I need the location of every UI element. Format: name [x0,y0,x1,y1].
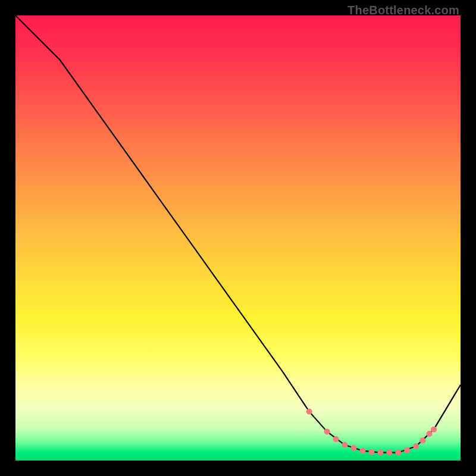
curve-marker [431,427,437,433]
curve-marker [368,449,374,455]
curve-marker [377,450,383,456]
curve-marker [395,450,401,456]
curve-marker [306,409,312,415]
curve-marker [404,447,410,453]
bottleneck-curve [15,15,461,453]
curve-marker [350,445,356,451]
chart-frame: TheBottleneck.com [0,0,476,476]
curve-marker [333,436,339,442]
curve-marker [419,437,425,443]
curve-marker [413,443,419,449]
curve-marker [342,442,348,448]
curve-marker [324,428,330,434]
curve-marker [386,450,392,456]
curve-markers [306,409,437,456]
chart-overlay [15,15,461,461]
curve-marker [359,448,365,454]
curve-marker [427,431,433,437]
